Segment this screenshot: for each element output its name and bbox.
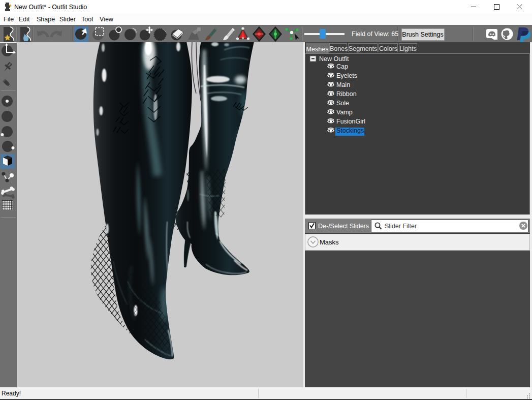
svg-text:FusionGirl: FusionGirl — [336, 118, 365, 125]
svg-text:De-/Select Sliders: De-/Select Sliders — [318, 223, 369, 230]
svg-text:Eyelets: Eyelets — [336, 72, 357, 79]
svg-text:Masks: Masks — [320, 238, 339, 246]
svg-text:Stockings: Stockings — [336, 127, 364, 134]
svg-text:Ribbon: Ribbon — [336, 90, 357, 98]
svg-text:Cap: Cap — [336, 63, 348, 70]
svg-text:Main: Main — [336, 81, 350, 88]
svg-text:Sole: Sole — [336, 100, 349, 107]
svg-text:Brush Settings: Brush Settings — [402, 31, 443, 38]
svg-text:Field of View: 65: Field of View: 65 — [352, 30, 398, 38]
svg-text:New Outfit: New Outfit — [319, 55, 349, 63]
svg-text:Slider Filter: Slider Filter — [385, 223, 417, 230]
svg-text:Vamp: Vamp — [336, 109, 353, 116]
